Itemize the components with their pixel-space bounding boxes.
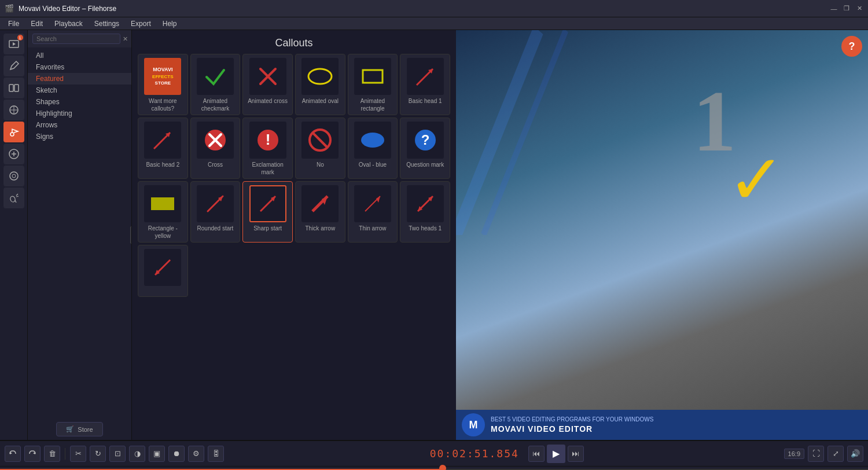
menu-edit[interactable]: Edit (25, 19, 49, 29)
toolbar-camera-btn[interactable] (3, 166, 24, 186)
delete-btn[interactable]: 🗑 (44, 446, 60, 462)
filter-signs[interactable]: Signs (28, 131, 131, 142)
store-button[interactable]: 🛒 Store (56, 422, 102, 436)
preview-area: 1 ✓ M BEST 5 VIDEO EDITING PROGRAMS FOR … (456, 30, 868, 440)
redo-btn[interactable] (24, 446, 41, 462)
transport-bar: 🗑 ✂ ↻ ⊡ ◑ ▣ ⏺ ⚙ 🎛 00:02:51.854 ⏮ ▶ ⏭ 16:… (0, 441, 868, 467)
toolbar-pen-btn[interactable] (3, 56, 24, 76)
callouts-main-panel: Callouts MOVAVI EFFECTS STORE Want more … (132, 30, 456, 440)
store-icon: 🛒 (66, 425, 74, 433)
audio2-btn[interactable]: 🎛 (208, 446, 224, 462)
toolbar-media-btn[interactable]: 1 (3, 34, 24, 54)
filter-arrows[interactable]: Arrows (28, 119, 131, 131)
callout-animated-oval[interactable]: Animated oval (295, 54, 345, 115)
menu-export[interactable]: Export (125, 19, 157, 29)
preview-video: 1 ✓ M BEST 5 VIDEO EDITING PROGRAMS FOR … (456, 30, 868, 440)
color-btn[interactable]: ◑ (129, 446, 145, 462)
panel-collapse-btn[interactable]: ‹ (130, 226, 132, 244)
callout-thick-arrow[interactable]: Thick arrow (295, 181, 345, 243)
callout-question-mark[interactable]: ? Question mark (400, 118, 450, 179)
svg-marker-61 (10, 452, 12, 454)
callout-cross[interactable]: Cross (190, 118, 241, 179)
filter-favorites[interactable]: Favorites (28, 61, 131, 73)
menu-playback[interactable]: Playback (49, 19, 89, 29)
aspect-ratio-badge[interactable]: 16:9 (784, 449, 804, 459)
svg-rect-1 (9, 85, 13, 91)
callout-basic-head-2[interactable]: Basic head 2 (138, 118, 188, 179)
close-btn[interactable]: ✕ (855, 5, 863, 13)
restore-btn[interactable]: ❒ (843, 5, 851, 13)
filter-featured[interactable]: Featured (28, 73, 131, 85)
callout-label-effects-store: Want more callouts? (141, 97, 185, 112)
callouts-grid: MOVAVI EFFECTS STORE Want more callouts?… (132, 54, 456, 297)
undo-btn[interactable] (5, 446, 21, 462)
callout-label-question-mark: Question mark (406, 161, 444, 168)
callout-animated-rectangle[interactable]: Animated rectangle (348, 54, 398, 115)
filter-panel-header: ✕ (28, 30, 131, 47)
callout-rectangle-yellow[interactable]: Rectangle - yellow (138, 181, 188, 243)
callout-label-basic-head-1: Basic head 1 (409, 97, 442, 105)
svg-point-8 (9, 196, 16, 203)
settings2-btn[interactable]: ⚙ (188, 446, 204, 462)
toolbar-add-btn[interactable] (3, 144, 24, 164)
toolbar-filters-btn[interactable] (3, 100, 24, 120)
callout-thin-arrow[interactable]: Thin arrow (348, 181, 398, 243)
progress-bar-area[interactable] (0, 467, 868, 470)
menu-settings[interactable]: Settings (89, 19, 125, 29)
svg-point-6 (10, 172, 18, 180)
toolbar-transitions-btn[interactable] (3, 78, 24, 98)
menu-help[interactable]: Help (157, 19, 183, 29)
rotate-btn[interactable]: ↻ (90, 446, 106, 462)
preview-light-rays (456, 30, 621, 235)
svg-text:?: ? (421, 132, 429, 148)
callouts-panel-title: Callouts (132, 30, 456, 54)
minimize-btn[interactable]: — (830, 5, 838, 13)
callout-basic-head-1[interactable]: Basic head 1 (400, 54, 450, 115)
preview-checkmark-symbol: ✓ (727, 145, 786, 214)
help-button[interactable]: ? (841, 36, 862, 57)
callout-label-sharp-start: Sharp start (253, 225, 282, 232)
toolbar-callouts-btn[interactable] (3, 122, 24, 142)
filter2-btn[interactable]: ▣ (149, 446, 165, 462)
record-btn[interactable]: ⏺ (168, 446, 185, 462)
callout-no[interactable]: No (295, 118, 345, 179)
callout-animated-cross[interactable]: Animated cross (242, 54, 293, 115)
callout-label-no: No (317, 161, 324, 168)
filter-sketch[interactable]: Sketch (28, 85, 131, 96)
callout-label-cross: Cross (208, 161, 223, 168)
prev-btn[interactable]: ⏮ (528, 446, 545, 462)
callout-oval-blue[interactable]: Oval - blue (348, 118, 398, 179)
play-btn[interactable]: ▶ (547, 445, 565, 463)
svg-point-7 (12, 174, 16, 178)
fullscreen-btn[interactable]: ⛶ (808, 446, 824, 462)
maximize-btn[interactable]: ⤢ (827, 446, 844, 462)
volume-btn[interactable]: 🔊 (847, 446, 863, 462)
callout-exclamation-mark[interactable]: ! Exclamation mark (242, 118, 293, 179)
callouts-filter-panel: ✕ All Favorites Featured Sketch Shapes H… (28, 30, 132, 440)
filter-highlighting[interactable]: Highlighting (28, 108, 131, 119)
timecode-prefix: 00: (430, 447, 453, 460)
callouts-search-input[interactable] (32, 34, 120, 44)
callout-label-oval-blue: Oval - blue (359, 161, 387, 168)
window-title: Movavi Video Editor – Filehorse (19, 5, 116, 13)
callout-more-arrow[interactable] (138, 245, 188, 297)
callout-animated-checkmark[interactable]: Animated checkmark (190, 54, 241, 115)
app-icon: 🎬 (5, 4, 14, 13)
filter-list: All Favorites Featured Sketch Shapes Hig… (28, 47, 131, 145)
callout-sharp-start[interactable]: Sharp start (242, 181, 293, 243)
progress-thumb[interactable] (439, 465, 446, 470)
filter-shapes[interactable]: Shapes (28, 96, 131, 108)
callout-effects-store[interactable]: MOVAVI EFFECTS STORE Want more callouts? (138, 54, 188, 115)
search-close-icon[interactable]: ✕ (123, 34, 128, 43)
cut-btn[interactable]: ✂ (70, 446, 86, 462)
toolbar-motion-btn[interactable] (3, 188, 24, 208)
callout-label-animated-cross: Animated cross (248, 97, 288, 105)
callout-two-heads-1[interactable]: Two heads 1 (400, 181, 450, 243)
crop-btn[interactable]: ⊡ (109, 446, 126, 462)
menu-file[interactable]: File (2, 19, 25, 29)
callout-label-thin-arrow: Thin arrow (359, 225, 386, 232)
next-btn[interactable]: ⏭ (568, 446, 584, 462)
svg-point-34 (361, 133, 384, 148)
callout-rounded-start[interactable]: Rounded start (190, 181, 241, 243)
filter-all[interactable]: All (28, 50, 131, 61)
